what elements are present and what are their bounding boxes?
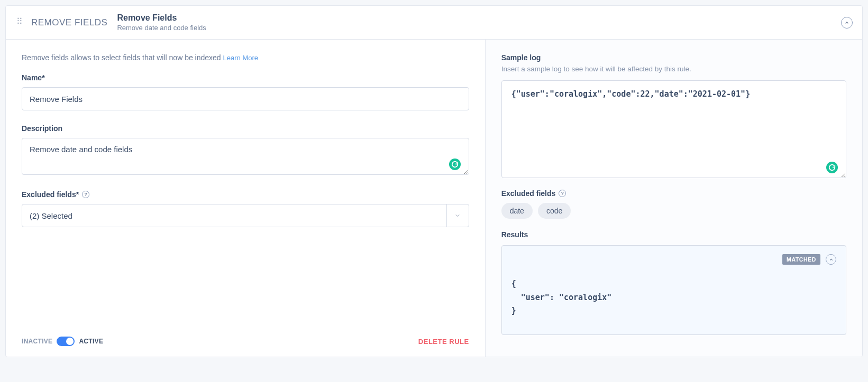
active-toggle[interactable] [57,337,75,346]
rule-title-block: Remove Fields Remove date and code field… [117,13,206,32]
excluded-select[interactable]: (2) Selected [22,204,469,227]
results-title: Results [501,230,846,239]
matched-badge: MATCHED [782,254,820,265]
rule-subtitle: Remove date and code fields [117,24,206,32]
excluded-label-text: Excluded fields* [22,190,79,199]
sample-log-textarea[interactable] [501,80,846,178]
inactive-label: INACTIVE [22,338,52,345]
help-icon[interactable]: ? [559,190,566,197]
help-icon[interactable]: ? [82,191,89,198]
card-body: Remove fields allows to select fields th… [6,40,862,357]
results-box: MATCHED { "user": "coralogix" } [501,245,846,335]
chevron-up-icon [844,20,849,25]
excluded-fields-title: Excluded fields [501,189,556,198]
rule-type-label: REMOVE FIELDS [31,17,107,28]
sample-log-title: Sample log [501,53,846,62]
chip-code: code [538,203,571,219]
intro-text-content: Remove fields allows to select fields th… [22,53,223,62]
description-label: Description [22,124,469,133]
left-panel: Remove fields allows to select fields th… [6,40,486,357]
delete-rule-button[interactable]: DELETE RULE [418,338,469,346]
description-field-group: Description [22,124,469,176]
name-label: Name* [22,73,469,82]
results-code: { "user": "coralogix" } [511,277,836,318]
right-panel: Sample log Insert a sample log to see ho… [486,40,862,357]
name-input[interactable] [22,87,469,110]
chevron-down-icon [446,204,469,227]
description-textarea[interactable] [22,138,469,175]
sample-log-hint: Insert a sample log to see how it will b… [501,65,846,73]
excluded-field-group: Excluded fields* ? (2) Selected [22,190,469,227]
chevron-up-icon [829,257,834,262]
rule-title: Remove Fields [117,13,206,23]
results-collapse-button[interactable] [826,254,836,265]
active-toggle-group: INACTIVE ACTIVE [22,337,103,346]
collapse-button[interactable] [841,17,853,29]
rule-card: ⠿ REMOVE FIELDS Remove Fields Remove dat… [5,5,863,357]
name-field-group: Name* [22,73,469,110]
excluded-select-value: (2) Selected [22,211,446,220]
chip-date: date [501,203,533,219]
active-label: ACTIVE [79,338,103,345]
excluded-chips: date code [501,203,846,219]
footer-row: INACTIVE ACTIVE DELETE RULE [22,337,469,346]
card-header: ⠿ REMOVE FIELDS Remove Fields Remove dat… [6,6,862,40]
learn-more-link[interactable]: Learn More [223,54,258,62]
drag-handle-icon[interactable]: ⠿ [16,20,24,25]
intro-text: Remove fields allows to select fields th… [22,53,469,62]
excluded-label: Excluded fields* ? [22,190,469,199]
